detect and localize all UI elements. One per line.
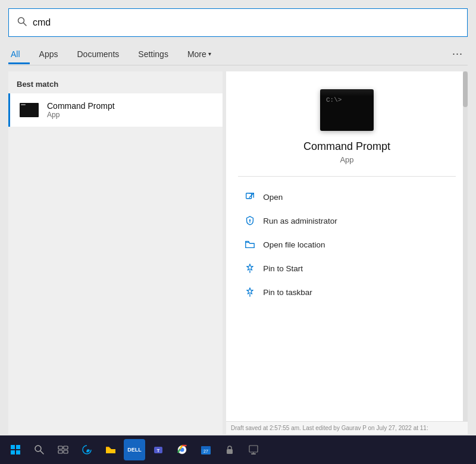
tabs-bar: All Apps Documents Settings More ▾ ··· bbox=[8, 43, 468, 65]
external-link-icon bbox=[244, 191, 256, 203]
search-input[interactable] bbox=[33, 17, 459, 28]
action-run-admin-label: Run as administrator bbox=[263, 217, 337, 225]
svg-rect-13 bbox=[58, 446, 62, 449]
svg-rect-10 bbox=[16, 450, 20, 454]
status-bar: Draft saved at 2:57:55 am. Last edited b… bbox=[226, 421, 468, 434]
result-title: Command Prompt bbox=[47, 101, 115, 111]
svg-text:27: 27 bbox=[203, 449, 208, 453]
svg-rect-24 bbox=[227, 449, 233, 454]
result-subtitle: App bbox=[47, 111, 115, 119]
svg-rect-26 bbox=[251, 453, 256, 454]
status-text: Draft saved at 2:57:55 am. Last edited b… bbox=[231, 425, 428, 431]
action-open[interactable]: Open bbox=[238, 186, 455, 208]
result-item-cmd[interactable]: Command Prompt App bbox=[8, 93, 223, 127]
tab-more-label: More bbox=[187, 49, 206, 59]
tab-all[interactable]: All bbox=[8, 45, 30, 64]
right-panel: Command Prompt App Open bbox=[226, 71, 468, 434]
result-text: Command Prompt App bbox=[47, 101, 115, 119]
taskbar-teams-button[interactable]: T bbox=[148, 439, 169, 460]
tab-documents[interactable]: Documents bbox=[67, 45, 129, 64]
right-panel-scrollbar[interactable] bbox=[463, 71, 468, 434]
folder-icon bbox=[244, 239, 256, 250]
taskbar-snipping-button[interactable] bbox=[243, 439, 264, 460]
taskbar-calendar-button[interactable]: 27 bbox=[195, 439, 217, 460]
action-list: Open Run as administrator Open file l bbox=[238, 186, 455, 303]
app-title: Command Prompt bbox=[303, 140, 390, 153]
taskbar-dell-button[interactable]: DELL bbox=[124, 439, 145, 460]
cmd-app-icon-large bbox=[320, 89, 374, 131]
svg-rect-25 bbox=[249, 446, 258, 452]
taskbar: DELL T 27 bbox=[0, 435, 476, 464]
taskbar-search-button[interactable] bbox=[29, 439, 50, 460]
svg-rect-9 bbox=[11, 450, 15, 454]
action-open-location[interactable]: Open file location bbox=[238, 234, 455, 255]
search-icon bbox=[17, 17, 27, 29]
tabs-more-options[interactable]: ··· bbox=[447, 45, 468, 62]
tab-settings[interactable]: Settings bbox=[129, 45, 178, 64]
action-run-admin[interactable]: Run as administrator bbox=[238, 210, 455, 231]
svg-text:T: T bbox=[157, 448, 160, 453]
search-bar bbox=[8, 8, 468, 37]
action-open-label: Open bbox=[263, 193, 283, 202]
pin-taskbar-icon bbox=[244, 286, 256, 298]
taskbar-lock-button[interactable] bbox=[219, 439, 240, 460]
best-match-label: Best match bbox=[8, 71, 223, 93]
svg-line-1 bbox=[24, 23, 27, 26]
left-panel: Best match Command Prompt App bbox=[8, 71, 223, 434]
taskbar-start-button[interactable] bbox=[5, 439, 26, 460]
taskbar-explorer-button[interactable] bbox=[100, 439, 121, 460]
action-pin-start-label: Pin to Start bbox=[263, 264, 303, 273]
divider bbox=[238, 176, 455, 177]
action-open-location-label: Open file location bbox=[263, 240, 325, 249]
svg-point-3 bbox=[249, 220, 251, 221]
tab-more[interactable]: More ▾ bbox=[178, 45, 221, 64]
action-pin-taskbar-label: Pin to taskbar bbox=[263, 288, 312, 297]
svg-rect-15 bbox=[58, 450, 62, 453]
chevron-down-icon: ▾ bbox=[208, 51, 211, 57]
action-pin-taskbar[interactable]: Pin to taskbar bbox=[238, 281, 455, 303]
svg-line-12 bbox=[40, 451, 43, 454]
pin-start-icon bbox=[244, 262, 256, 274]
app-type: App bbox=[340, 155, 353, 164]
tab-apps[interactable]: Apps bbox=[30, 45, 68, 64]
svg-rect-14 bbox=[64, 446, 68, 449]
taskbar-chrome-button[interactable] bbox=[171, 439, 193, 460]
cmd-app-icon-small bbox=[18, 99, 40, 121]
svg-rect-7 bbox=[11, 445, 15, 449]
svg-rect-16 bbox=[64, 450, 68, 453]
taskbar-taskview-button[interactable] bbox=[52, 439, 74, 460]
action-pin-start[interactable]: Pin to Start bbox=[238, 258, 455, 279]
scrollbar-thumb[interactable] bbox=[463, 71, 468, 107]
shield-icon bbox=[244, 215, 256, 227]
taskbar-edge-button[interactable] bbox=[76, 439, 98, 460]
svg-rect-8 bbox=[16, 445, 20, 449]
